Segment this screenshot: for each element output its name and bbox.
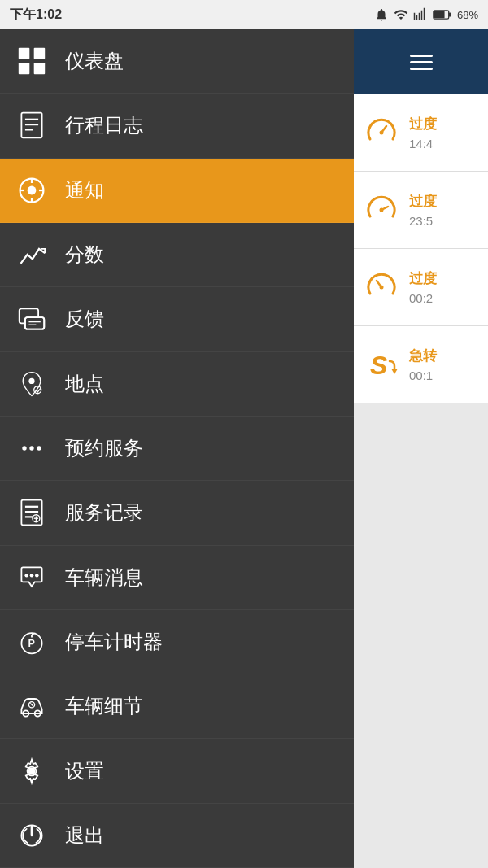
svg-point-12 [28, 185, 37, 194]
sidebar-label-location: 地点 [65, 371, 104, 397]
sidebar-label-vehicle-message: 车辆消息 [65, 565, 143, 591]
sidebar: 仪表盘 行程日志 [0, 29, 354, 868]
svg-point-47 [380, 131, 384, 135]
svg-point-26 [37, 446, 41, 450]
notifications-list: 过度 14:4 过度 23:5 [354, 94, 488, 868]
dashboard-icon [15, 44, 49, 78]
svg-marker-51 [391, 369, 398, 374]
scores-icon [15, 238, 49, 272]
svg-point-22 [28, 378, 34, 384]
sidebar-label-notifications: 通知 [65, 177, 104, 203]
sidebar-item-logout[interactable]: 退出 [0, 804, 354, 868]
service-record-icon [15, 495, 49, 530]
notification-text-2: 过度 23:5 [409, 192, 437, 228]
notif-time-2: 23:5 [409, 214, 437, 228]
parking-timer-icon: P [15, 625, 49, 659]
notif-title-2: 过度 [409, 192, 437, 211]
main-layout: 仪表盘 行程日志 [0, 29, 488, 868]
right-header [354, 29, 488, 94]
settings-icon [15, 754, 49, 788]
svg-rect-2 [434, 11, 445, 19]
hamburger-line-1 [410, 55, 433, 57]
sidebar-label-booking: 预约服务 [65, 435, 143, 461]
svg-text:P: P [28, 638, 35, 649]
svg-point-24 [22, 446, 26, 450]
sidebar-item-dashboard[interactable]: 仪表盘 [0, 29, 354, 94]
wifi-icon [394, 7, 408, 22]
sidebar-item-settings[interactable]: 设置 [0, 739, 354, 803]
sidebar-item-location[interactable]: 地点 [0, 352, 354, 417]
sidebar-label-feedback: 反馈 [65, 306, 104, 332]
svg-point-49 [380, 286, 384, 290]
sidebar-item-feedback[interactable]: 反馈 [0, 287, 354, 351]
vehicle-message-icon [15, 560, 49, 595]
sidebar-label-scores: 分数 [65, 242, 104, 268]
logout-icon [15, 818, 49, 853]
notif-time-1: 14:4 [409, 137, 437, 150]
battery-percent: 68% [457, 9, 478, 21]
sidebar-item-trip-log[interactable]: 行程日志 [0, 94, 354, 158]
sidebar-item-vehicle-message[interactable]: 车辆消息 [0, 546, 354, 610]
status-bar: 下午1:02 68% [0, 0, 488, 29]
sidebar-item-vehicle-details[interactable]: 车辆细节 [0, 674, 354, 739]
status-icons: 68% [374, 7, 478, 22]
booking-icon [15, 431, 49, 465]
sidebar-label-vehicle-details: 车辆细节 [65, 693, 143, 719]
hamburger-line-2 [410, 61, 433, 63]
speedometer-icon-1 [362, 113, 401, 152]
sidebar-item-notifications[interactable]: 通知 [0, 159, 354, 223]
svg-point-35 [30, 574, 34, 578]
sidebar-item-booking[interactable]: 预约服务 [0, 417, 354, 481]
notif-title-4: 急转 [409, 347, 437, 365]
signal-icon [413, 7, 428, 22]
svg-rect-5 [19, 63, 30, 75]
notification-icon [15, 173, 49, 207]
notification-item-4[interactable]: S 急转 00:1 [354, 326, 488, 403]
svg-text:S: S [370, 351, 388, 380]
feedback-icon [15, 302, 49, 336]
trip-log-icon [15, 108, 49, 142]
notification-item-3[interactable]: 过度 00:2 [354, 249, 488, 326]
sidebar-item-scores[interactable]: 分数 [0, 223, 354, 287]
sidebar-label-logout: 退出 [65, 822, 104, 848]
sidebar-label-dashboard: 仪表盘 [65, 48, 124, 74]
sidebar-item-parking-timer[interactable]: P 停车计时器 [0, 610, 354, 674]
svg-point-36 [35, 574, 39, 578]
location-icon [15, 367, 49, 401]
notif-time-3: 00:2 [409, 291, 437, 305]
svg-point-25 [29, 446, 33, 450]
svg-line-44 [30, 704, 33, 707]
alarm-icon [374, 7, 389, 22]
svg-point-48 [380, 208, 384, 212]
svg-rect-4 [34, 48, 46, 59]
notification-text-4: 急转 00:1 [409, 347, 437, 382]
hamburger-button[interactable] [410, 55, 433, 70]
sidebar-label-parking-timer: 停车计时器 [65, 629, 163, 655]
speedometer-icon-3 [362, 268, 401, 307]
notif-time-4: 00:1 [409, 369, 437, 382]
sidebar-label-service-record: 服务记录 [65, 499, 143, 526]
sharp-turn-icon: S [362, 345, 401, 384]
svg-rect-3 [19, 48, 30, 59]
notification-item-2[interactable]: 过度 23:5 [354, 172, 488, 249]
notification-text-1: 过度 14:4 [409, 115, 437, 150]
right-panel: 过度 14:4 过度 23:5 [354, 29, 488, 868]
speedometer-icon-2 [362, 190, 401, 229]
sidebar-label-trip-log: 行程日志 [65, 112, 143, 138]
sidebar-label-settings: 设置 [65, 758, 104, 784]
notification-text-3: 过度 00:2 [409, 269, 437, 305]
svg-point-45 [28, 767, 36, 774]
svg-rect-1 [449, 12, 451, 16]
svg-rect-18 [25, 318, 44, 329]
vehicle-details-icon [15, 689, 49, 723]
hamburger-line-3 [410, 68, 433, 70]
notification-item-1[interactable]: 过度 14:4 [354, 94, 488, 172]
battery-icon [433, 7, 452, 22]
svg-rect-6 [34, 63, 46, 75]
notif-title-3: 过度 [409, 269, 437, 288]
sidebar-item-service-record[interactable]: 服务记录 [0, 481, 354, 545]
status-time: 下午1:02 [10, 7, 62, 24]
svg-point-34 [24, 574, 28, 578]
notif-title-1: 过度 [409, 115, 437, 133]
